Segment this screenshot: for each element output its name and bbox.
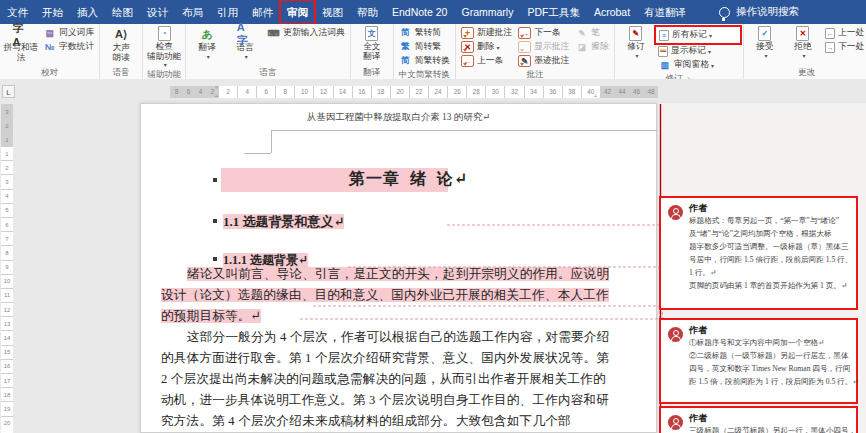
body-paragraphs: 绪论又叫前言、导论、引言，是正文的开头，起到开宗明义的作用。应说明设计（论文）选… <box>161 264 641 432</box>
next-comment-button[interactable]: →下一条 <box>515 26 572 40</box>
menu-tab-8[interactable]: 审阅 <box>280 0 315 24</box>
dropdown-arrow-icon: ▾ <box>245 53 248 60</box>
pen-button[interactable]: ✎笔 <box>572 26 612 40</box>
word-count-button[interactable]: №字数统计 <box>40 40 97 54</box>
accept-change-label: 接受 <box>756 42 773 52</box>
header-boundary-line <box>271 130 657 131</box>
tell-me-label: 操作说明搜索 <box>736 5 799 19</box>
delete-comment-button[interactable]: ✕删除▾ <box>458 40 515 54</box>
ruler-tick: 10 <box>294 86 313 98</box>
next-comment-icon: → <box>518 27 531 39</box>
dropdown-arrow-icon: ▾ <box>497 44 500 51</box>
comment-text-line: 1 行。↵ <box>689 266 850 279</box>
body-line: 绪论又叫前言、导论、引言，是正文的开头，起到开宗明义的作用。应说明 <box>161 264 641 285</box>
comment-card[interactable]: 作者①标题序号和文字内容中间加一个空格↵②二级标题（一级节标题）另起一行居左，黑… <box>659 318 858 404</box>
body-line: 究方法。第 4 个层次介绍未来成稿材料的组成部分。大致包含如下几个部 <box>161 411 641 432</box>
translate-button[interactable]: あ翻译▾ <box>188 25 226 60</box>
ruler-tick: 8 <box>1 245 13 259</box>
update-ime-dictionary-button[interactable]: ⌨更新输入法词典 <box>264 26 348 40</box>
show-markup-button[interactable]: ≔显示标记▾ <box>655 44 741 58</box>
accept-change-button[interactable]: ✓接受▾ <box>746 25 784 59</box>
translate-label: 翻译 <box>199 43 216 53</box>
ruler-tick: 14 <box>1 330 13 344</box>
read-aloud-label: 大声 朗读 <box>113 43 130 62</box>
fulltext-translate-button[interactable]: 文全文 翻译 <box>353 25 391 61</box>
document-page[interactable]: 从基因工程菌中释放提取白介素 13 的研究↵ 第一章 绪 论↵ 1.1 选题背景… <box>140 103 657 433</box>
menu-tab-2[interactable]: 插入 <box>70 0 105 24</box>
next-change-button[interactable]: →下一处 <box>822 40 866 54</box>
simplified-to-traditional-button[interactable]: 繁简转繁 <box>396 40 453 54</box>
body-line: 的具体方面进行取舍。第 1 个层次介绍研究背景、意义、国内外发展状况等。第 <box>161 348 641 369</box>
ribbon-group-label: 语言 <box>188 66 348 79</box>
delete-comment-icon: ✕ <box>461 41 474 53</box>
menu-tab-4[interactable]: 设计 <box>140 0 175 24</box>
tell-me-search[interactable]: 操作说明搜索 <box>719 5 799 19</box>
body-line: 动机，进一步具体说明工作意义。第 3 个层次说明自身工作目的、工作内容和研 <box>161 390 641 411</box>
word-count-label: 字数统计 <box>59 41 94 53</box>
previous-change-button[interactable]: ←上一处 <box>822 26 866 40</box>
ruler-tick: 38 <box>562 86 581 98</box>
all-markup-button[interactable]: ≡所有标记▾ <box>655 26 741 44</box>
new-comment-button[interactable]: ＋新建批注 <box>458 26 515 40</box>
read-aloud-button[interactable]: A⟩大声 朗读 <box>102 25 140 62</box>
menu-tab-3[interactable]: 绘图 <box>105 0 140 24</box>
ruler-tick: 22 <box>409 86 428 98</box>
first-line-indent-marker[interactable]: ▿ <box>215 84 218 90</box>
show-comments-button[interactable]: 显示批注 <box>515 40 572 54</box>
ruler-tick: 4 <box>194 86 206 98</box>
ruler-tick: 4 <box>237 86 256 98</box>
menu-tab-11[interactable]: EndNote 20 <box>385 0 454 24</box>
ink-comment-button[interactable]: ✎墨迹批注 <box>515 54 572 68</box>
thesaurus-button[interactable]: ▤同义词库 <box>40 26 97 40</box>
ruler-tick: 42 <box>600 86 615 98</box>
horizontal-ruler[interactable]: 8642246810121416182022242628303234363840… <box>170 86 658 98</box>
ruler-tick: 20 <box>1 416 13 430</box>
menu-tab-12[interactable]: Grammarly <box>454 0 520 24</box>
dropdown-arrow-icon: ▾ <box>207 53 210 60</box>
next-change-label: 下一处 <box>838 41 864 53</box>
menu-tab-10[interactable]: 帮助 <box>350 0 385 24</box>
vertical-ruler[interactable]: 3211234567891011121314151617181920 <box>1 104 13 433</box>
menu-tab-14[interactable]: Acrobat <box>587 0 637 24</box>
menu-tab-5[interactable]: 布局 <box>175 0 210 24</box>
reviewing-pane-button[interactable]: ▥审阅窗格▾ <box>655 58 741 72</box>
spelling-grammar-icon: 字A <box>13 26 30 42</box>
menu-tab-9[interactable]: 视图 <box>315 0 350 24</box>
spelling-grammar-button[interactable]: 字A拼写和语法 <box>2 25 40 62</box>
language-button[interactable]: A字语言▾ <box>226 25 264 60</box>
reject-change-label: 拒绝 <box>794 42 811 52</box>
comment-text-line: 及“绪”与“论”之间均加两个空格，根据大标 <box>689 227 850 240</box>
ribbon-group-5: 简繁转简繁简转繁简简繁转换中文简繁转换 <box>394 24 456 79</box>
traditional-to-simplified-button[interactable]: 简繁转简 <box>396 26 453 40</box>
menu-tab-15[interactable]: 有道翻译 <box>637 0 693 24</box>
comment-card[interactable]: 作者三级标题（二级节标题）另起一行，黑体小四号，英文和数字 Times New … <box>659 406 858 433</box>
check-accessibility-button[interactable]: ◔检查 辅助功能▾ <box>145 25 183 68</box>
ruler-tick: 24 <box>428 86 447 98</box>
simplified-traditional-convert-label: 简繁转换 <box>415 55 450 67</box>
author-avatar-icon <box>668 415 683 430</box>
eraser-button[interactable]: ◪擦除 <box>572 40 612 54</box>
left-indent-marker[interactable]: ▵ <box>215 92 218 98</box>
ruler-tick: 6 <box>256 86 275 98</box>
ruler-tick: 8 <box>275 86 294 98</box>
ribbon-group-2: ◔检查 辅助功能▾辅助功能 <box>143 24 186 79</box>
ruler-tick: 11 <box>1 288 13 302</box>
ruler-tick: 8 <box>170 86 182 98</box>
body-line: 的预期目标等。↵ <box>161 306 641 327</box>
menu-tab-1[interactable]: 开始 <box>35 0 70 24</box>
reject-change-button[interactable]: ✕拒绝▾ <box>784 25 822 59</box>
right-indent-marker[interactable]: ▵ <box>594 92 597 98</box>
reviewing-pane-label: 审阅窗格 <box>674 59 709 71</box>
body-line: 这部分一般分为 4 个层次，作者可以根据自己的选题工作内容，对需要介绍 <box>161 327 641 348</box>
tab-selector[interactable]: L <box>2 85 15 98</box>
previous-comment-button[interactable]: ←上一条 <box>458 54 515 68</box>
ribbon-group-6: ＋新建批注✕删除▾←上一条→下一条显示批注✎墨迹批注✎笔◪擦除批注 <box>456 24 615 79</box>
body-line: 设计（论文）选题的缘由、目的和意义、国内外业已开展的相关工作、本人工作 <box>161 285 641 306</box>
track-changes-button[interactable]: ✎修订▾ <box>617 25 655 59</box>
comment-text-line: 四号，英文和数字 Times New Roman 四号，行间 <box>689 362 850 375</box>
show-markup-label: 显示标记 <box>671 45 706 57</box>
simplified-traditional-convert-button[interactable]: 简简繁转换 <box>396 54 453 68</box>
language-icon: A字 <box>237 26 254 42</box>
menu-tab-13[interactable]: PDF工具集 <box>520 0 587 24</box>
comment-card[interactable]: 作者标题格式：每章另起一页，“第一章”与“绪论”及“绪”与“论”之间均加两个空格… <box>659 196 858 310</box>
